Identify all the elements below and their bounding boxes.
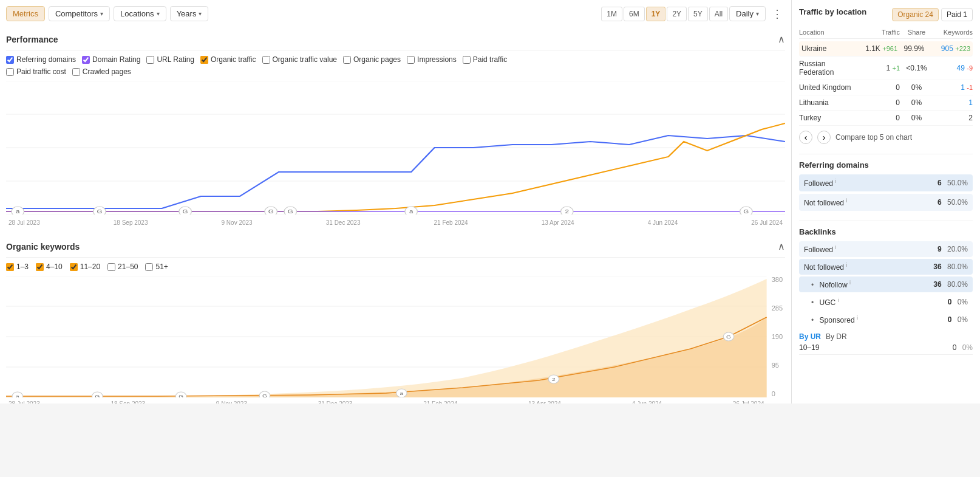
cb-paid-traffic[interactable]: Paid traffic [463,55,507,64]
ref-not-followed: Not followed i 6 50.0% [799,194,973,211]
svg-text:2: 2 [552,377,556,382]
svg-text:a: a [409,208,413,214]
svg-text:G: G [262,393,267,397]
cb-domain-rating[interactable]: Domain Rating [82,55,140,64]
performance-header: Performance ∧ [6,29,785,50]
years-button[interactable]: Years [170,6,209,21]
backlink-not-followed: Not followed i 36 80.0% [799,259,973,275]
toolbar: Metrics Competitors Locations Years 1M 6… [6,6,785,21]
kw-chart-svg: a G G G a 2 G [6,276,767,397]
metrics-checkboxes-row2: Paid traffic cost Crawled pages [6,67,785,76]
frequency-button[interactable]: Daily [729,6,766,21]
compare-row: ‹ › Compare top 5 on chart [799,131,973,144]
traffic-tabs: Organic 24 Paid 1 [892,8,973,21]
time-1y[interactable]: 1Y [646,7,666,21]
backlinks-section: Backlinks Followed i 9 20.0% Not followe… [799,227,973,355]
time-6m[interactable]: 6M [624,7,645,21]
backlink-sponsored: • Sponsored i 0 0% [799,312,973,328]
backlink-followed: Followed i 9 20.0% [799,241,973,257]
referring-domains-section: Referring domains Followed i 6 50.0% Not… [799,160,973,211]
cb-url-rating[interactable]: URL Rating [146,55,194,64]
backlink-ugc: • UGC i 0 0% [799,294,973,310]
time-all[interactable]: All [709,7,728,21]
uk-keywords-link[interactable]: 1 [961,83,965,92]
svg-text:G: G [743,208,749,214]
cb-referring-domains[interactable]: Referring domains [6,55,76,64]
table-row: Ukraine 1.1K +961 99.9% 905 +223 [799,41,973,57]
ukraine-keywords-link[interactable]: 905 [941,44,953,53]
range-10-19: 10–19 0 0% [799,341,973,355]
locations-button[interactable]: Locations [114,6,166,21]
cb-organic-traffic-value[interactable]: Organic traffic value [262,55,338,64]
table-row: Lithuania 0 0% 1 [799,95,973,111]
bl-ugc-info-icon[interactable]: i [838,297,839,303]
lithuania-keywords-link[interactable]: 1 [968,98,973,107]
performance-title: Performance [6,35,58,44]
performance-section: Performance ∧ Referring domains Domain R… [6,29,785,226]
svg-text:G: G [179,394,183,397]
performance-chart-labels: 28 Jul 2023 18 Sep 2023 9 Nov 2023 31 De… [6,219,785,226]
bl-sponsored-info-icon[interactable]: i [857,315,858,321]
bl-nofollow-info-icon[interactable]: i [849,280,851,286]
by-dr-button[interactable]: By DR [826,332,847,341]
table-row: United Kingdom 0 0% 1 -1 [799,80,973,95]
cb-range-51plus[interactable]: 51+ [145,263,168,271]
svg-text:G: G [183,208,188,214]
nav-next-button[interactable]: › [817,131,831,144]
cb-impressions[interactable]: Impressions [407,55,457,64]
referring-domains-title: Referring domains [799,160,973,170]
traffic-table-header: Location Traffic Share Keywords [799,26,973,39]
cb-range-1-3[interactable]: 1–3 [6,263,29,271]
ref-followed: Followed i 6 50.0% [799,174,973,191]
time-2y[interactable]: 2Y [667,7,687,21]
svg-text:G: G [97,208,102,214]
divider [799,221,973,221]
not-followed-info-icon[interactable]: i [846,197,847,204]
organic-keywords-section: Organic keywords ∧ 1–3 4–10 11–20 21–50 … [6,236,785,397]
cb-crawled-pages[interactable]: Crawled pages [72,67,131,76]
kw-chart: a G G G a 2 G 28 Jul 2023 18 Sep 202 [6,276,767,397]
russia-keywords-link[interactable]: 49 [957,64,965,72]
svg-text:a: a [16,208,20,214]
nav-prev-button[interactable]: ‹ [799,131,812,144]
metrics-checkboxes-row1: Referring domains Domain Rating URL Rati… [6,55,785,64]
kw-range-checkboxes: 1–3 4–10 11–20 21–50 51+ [6,263,785,271]
metrics-button[interactable]: Metrics [6,6,45,21]
bl-followed-info-icon[interactable]: i [835,244,836,250]
performance-chart-svg: a G G G G a 2 G [6,81,785,214]
organic-keywords-title: Organic keywords [6,242,80,252]
traffic-by-location-section: Traffic by location Organic 24 Paid 1 Lo… [799,7,973,144]
time-button-group: 1M 6M 1Y 2Y 5Y All Daily [601,6,766,21]
svg-text:G: G [268,208,274,214]
cb-range-11-20[interactable]: 11–20 [70,263,100,271]
by-ur-button[interactable]: By UR [799,332,821,341]
time-5y[interactable]: 5Y [688,7,708,21]
time-1m[interactable]: 1M [601,7,622,21]
table-row: Russian Federation 1 +1 <0.1% 49 -9 [799,57,973,80]
organic-keywords-collapse[interactable]: ∧ [778,241,785,252]
compare-label: Compare top 5 on chart [835,133,912,142]
cb-organic-traffic[interactable]: Organic traffic [200,55,256,64]
right-panel: Traffic by location Organic 24 Paid 1 Lo… [792,0,980,403]
svg-text:G: G [726,334,731,340]
followed-info-icon[interactable]: i [835,178,836,184]
cb-paid-traffic-cost[interactable]: Paid traffic cost [6,67,66,76]
competitors-button[interactable]: Competitors [49,6,110,21]
cb-organic-pages[interactable]: Organic pages [343,55,401,64]
kw-y-axis: 380 285 190 95 0 [769,276,785,397]
svg-text:G: G [95,394,100,397]
cb-range-4-10[interactable]: 4–10 [36,263,63,271]
organic-keywords-header: Organic keywords ∧ [6,236,785,258]
traffic-header: Traffic by location Organic 24 Paid 1 [799,7,973,21]
kw-chart-wrapper: a G G G a 2 G 28 Jul 2023 18 Sep 202 [6,276,785,397]
divider [799,154,973,154]
table-row: Turkey 0 0% 2 [799,111,973,126]
cb-range-21-50[interactable]: 21–50 [107,263,138,271]
tab-paid[interactable]: Paid 1 [941,8,973,21]
tab-organic[interactable]: Organic 24 [892,8,939,21]
svg-text:G: G [288,208,293,214]
more-options-button[interactable]: ⋮ [769,7,785,21]
performance-chart: a G G G G a 2 G [6,81,785,214]
performance-collapse[interactable]: ∧ [778,33,785,45]
bl-not-followed-info-icon[interactable]: i [846,262,847,268]
